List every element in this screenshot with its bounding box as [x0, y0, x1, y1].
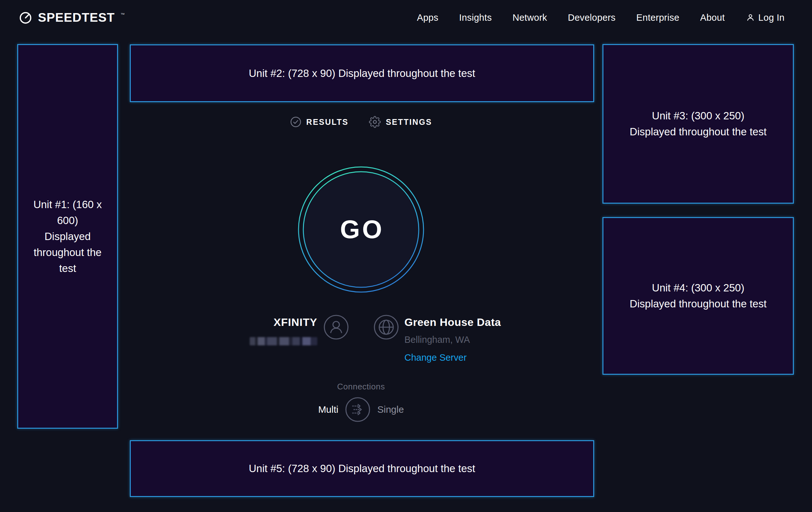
login-label: Log In [758, 12, 785, 23]
nav-insights[interactable]: Insights [459, 12, 492, 23]
ad-unit-1-160x600: Unit #1: (160 x 600) Displayed throughou… [17, 44, 118, 429]
view-tabs: RESULTS SETTINGS [290, 116, 432, 128]
tab-settings-label: SETTINGS [386, 117, 432, 127]
main-nav: Apps Insights Network Developers Enterpr… [417, 12, 785, 23]
server-name: Green House Data [404, 316, 501, 328]
speedtest-page: SPEEDTEST™ Apps Insights Network Develop… [0, 0, 812, 512]
ad-unit-3-300x250: Unit #3: (300 x 250) Displayed throughou… [603, 44, 794, 204]
connections-single-option[interactable]: Single [377, 404, 404, 415]
connections-label: Connections [337, 382, 385, 392]
server-info: Green House Data Bellingham, WA Change S… [404, 316, 501, 363]
isp-user-icon [324, 315, 349, 340]
go-label: GO [297, 166, 425, 293]
check-circle-icon [290, 116, 301, 128]
nav-developers[interactable]: Developers [568, 12, 615, 23]
ad-unit-3-text: Unit #3: (300 x 250) Displayed throughou… [628, 108, 768, 140]
ad-unit-2-728x90: Unit #2: (728 x 90) Displayed throughout… [130, 44, 594, 102]
ad-unit-4-300x250: Unit #4: (300 x 250) Displayed throughou… [603, 217, 794, 375]
user-icon [746, 13, 755, 22]
ad-unit-5-text: Unit #5: (728 x 90) Displayed throughout… [249, 461, 475, 477]
tab-results-label: RESULTS [306, 117, 348, 127]
connections-toggle-row: Multi Single [318, 397, 404, 422]
tab-results[interactable]: RESULTS [290, 116, 348, 128]
ad-unit-2-text: Unit #2: (728 x 90) Displayed throughout… [249, 65, 475, 81]
gauge-icon [18, 10, 33, 25]
isp-name: XFINITY [273, 316, 317, 328]
go-button[interactable]: GO [297, 166, 425, 293]
nav-about[interactable]: About [700, 12, 725, 23]
connections-multi-option[interactable]: Multi [318, 404, 338, 415]
ad-unit-1-text: Unit #1: (160 x 600) Displayed throughou… [33, 197, 102, 276]
tab-settings[interactable]: SETTINGS [369, 116, 432, 128]
gear-icon [369, 116, 381, 128]
brand-text: SPEEDTEST [38, 10, 115, 25]
globe-icon [374, 315, 399, 340]
masked-ip [250, 337, 317, 345]
trademark: ™ [121, 12, 125, 17]
connections-toggle-button[interactable] [345, 397, 370, 422]
ad-unit-5-728x90: Unit #5: (728 x 90) Displayed throughout… [130, 440, 594, 497]
login-button[interactable]: Log In [746, 12, 785, 23]
top-navbar: SPEEDTEST™ Apps Insights Network Develop… [0, 0, 812, 35]
speedtest-logo[interactable]: SPEEDTEST™ [18, 10, 124, 25]
nav-network[interactable]: Network [513, 12, 547, 23]
nav-enterprise[interactable]: Enterprise [636, 12, 679, 23]
change-server-link[interactable]: Change Server [404, 352, 501, 363]
multi-connection-arrows-icon [345, 397, 370, 422]
ad-unit-4-text: Unit #4: (300 x 250) Displayed throughou… [628, 280, 768, 312]
server-location: Bellingham, WA [404, 334, 501, 345]
nav-apps[interactable]: Apps [417, 12, 438, 23]
